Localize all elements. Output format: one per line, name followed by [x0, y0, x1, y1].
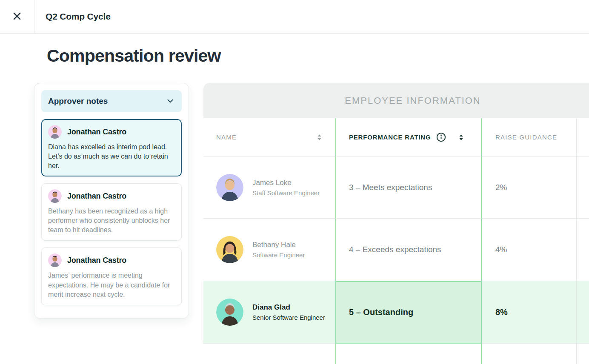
note-head: Jonathan Castro [48, 125, 175, 139]
note-head: Jonathan Castro [48, 253, 175, 267]
extra-cell [577, 281, 589, 344]
raise-guidance-cell: 4% [482, 219, 577, 281]
avatar [48, 253, 62, 267]
table-header-row: NAME PERFORMANCE RATING [203, 118, 589, 156]
approver-notes-toggle[interactable]: Approver notes [41, 90, 182, 112]
page-title: Compensation review [47, 46, 221, 66]
employee-name: Diana Glad [252, 303, 325, 312]
note-text: Diana has excelled as interim pod lead. … [48, 142, 175, 171]
employee-cell: Diana Glad Senior Software Engineer [203, 281, 335, 344]
note-author: Jonathan Castro [67, 256, 126, 265]
performance-rating-cell [335, 344, 482, 364]
column-label: PERFORMANCE RATING [349, 134, 431, 141]
sort-icon[interactable] [317, 134, 322, 141]
table-row[interactable] [203, 344, 589, 364]
extra-cell [577, 156, 589, 219]
extra-cell [577, 219, 589, 281]
avatar [216, 174, 243, 201]
column-header-raise-guidance: RAISE GUIDANCE [482, 118, 577, 156]
employee-cell [203, 344, 335, 364]
compensation-review-modal: Q2 Comp Cycle Compensation review Approv… [0, 0, 589, 364]
approver-notes-label: Approver notes [48, 97, 108, 106]
sort-icon[interactable] [459, 134, 463, 141]
raise-guidance-cell [482, 344, 577, 364]
avatar [216, 236, 243, 263]
employee-role: Senior Software Engineer [252, 314, 325, 321]
note-text: Bethany has been recognized as a high pe… [48, 207, 175, 235]
table-section-title: EMPLOYEE INFORMATION [345, 95, 481, 106]
table-row[interactable]: James Loke Staff Software Engineer 3 – M… [203, 156, 589, 219]
note-card[interactable]: Jonathan Castro Bethany has been recogni… [41, 183, 182, 241]
column-label: RAISE GUIDANCE [495, 134, 557, 141]
avatar [48, 125, 62, 139]
employee-role: Staff Software Engineer [252, 189, 320, 196]
note-author: Jonathan Castro [67, 192, 126, 201]
note-card[interactable]: Jonathan Castro Diana has excelled as in… [41, 119, 182, 176]
employee-name: James Loke [252, 179, 320, 187]
note-card[interactable]: Jonathan Castro James’ performance is me… [41, 247, 182, 305]
table-section-header: EMPLOYEE INFORMATION [203, 83, 589, 118]
employee-cell: Bethany Hale Software Engineer [203, 219, 335, 281]
avatar [48, 189, 62, 203]
note-text: James’ performance is meeting expectatio… [48, 271, 175, 299]
performance-rating-cell: 5 – Outstanding [335, 281, 482, 344]
employee-name: Bethany Hale [252, 241, 305, 249]
chevron-down-icon [166, 96, 175, 107]
note-author: Jonathan Castro [67, 128, 126, 136]
top-bar: Q2 Comp Cycle [0, 0, 589, 34]
employee-cell: James Loke Staff Software Engineer [203, 156, 335, 219]
note-head: Jonathan Castro [48, 189, 175, 203]
close-zone [0, 0, 34, 33]
column-header-name[interactable]: NAME [203, 118, 335, 156]
cycle-title: Q2 Comp Cycle [46, 11, 111, 22]
table-row[interactable]: Bethany Hale Software Engineer 4 – Excee… [203, 219, 589, 281]
avatar [216, 299, 243, 326]
raise-guidance-cell: 8% [482, 281, 577, 344]
table-row-highlighted[interactable]: Diana Glad Senior Software Engineer 5 – … [203, 281, 589, 344]
column-label: NAME [216, 134, 237, 141]
column-header-performance-rating[interactable]: PERFORMANCE RATING [335, 118, 482, 156]
info-icon[interactable] [436, 132, 446, 142]
column-header-extra [577, 118, 589, 156]
performance-rating-cell: 3 – Meets expectations [335, 156, 482, 219]
close-button[interactable] [9, 8, 26, 25]
employee-role: Software Engineer [252, 251, 305, 259]
extra-cell [577, 344, 589, 364]
performance-rating-cell: 4 – Exceeds expectations [335, 219, 482, 281]
employee-table: EMPLOYEE INFORMATION NAME PERFORMANCE RA… [203, 83, 589, 364]
close-icon [11, 11, 23, 23]
raise-guidance-cell: 2% [482, 156, 577, 219]
approver-notes-panel: Approver notes Jonathan Castro [34, 83, 189, 318]
